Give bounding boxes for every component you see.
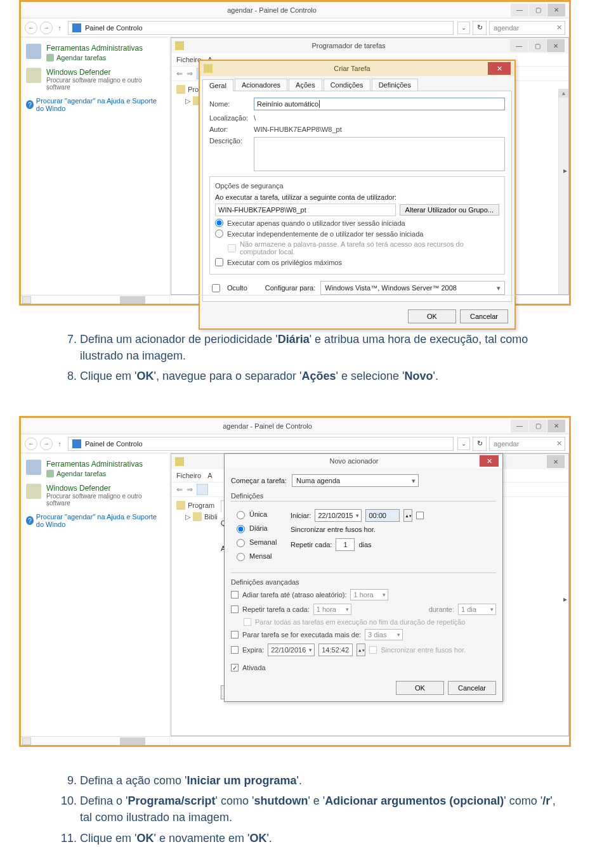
close-button[interactable]: ✕ [547, 4, 565, 16]
up-button[interactable]: ↑ [55, 440, 64, 448]
expand-arrow[interactable]: ▸ [563, 166, 567, 175]
hscroll-2[interactable] [21, 736, 569, 745]
ativada-check[interactable]: ✓ [231, 664, 239, 671]
dropdown-history[interactable]: ⌄ [457, 22, 470, 34]
adv3-select[interactable]: 3 dias [365, 629, 403, 640]
maximize-button[interactable]: ▢ [529, 4, 547, 16]
opt-highest-priv-check[interactable] [215, 258, 223, 266]
defender-desc: Procurar software maligno e outro softwa… [46, 77, 164, 91]
breadcrumb[interactable]: Painel de Controlo [68, 437, 454, 451]
tab-geral[interactable]: Geral [202, 79, 233, 91]
repeat-unit: dias [358, 541, 371, 548]
schedule-tasks-link[interactable]: Agendar tarefas [46, 54, 143, 62]
tab-condicoes[interactable]: Condições [324, 79, 370, 91]
menu-ficheiro[interactable]: Ficheiro [176, 472, 201, 479]
maximize-button[interactable]: ▢ [529, 420, 547, 432]
opt2b-label: Não armazene a palavra-passe. A tarefa s… [240, 240, 499, 256]
clear-search-icon[interactable]: ✕ [556, 439, 562, 448]
ts-icon [175, 457, 184, 466]
nome-input[interactable]: Reinínio automático [254, 98, 505, 110]
opt-whether-logged-radio[interactable] [215, 230, 223, 238]
radio-unica[interactable]: Única [233, 509, 285, 519]
ts-max[interactable]: ▢ [528, 39, 546, 52]
hscroll-thumb[interactable] [120, 296, 145, 304]
adv4-sync-label: Sincronizar entre fusos hor. [381, 646, 466, 654]
adv2-check[interactable] [231, 606, 239, 613]
vscroll[interactable]: ▲ [558, 89, 568, 294]
radio-semanal[interactable]: Semanal [233, 537, 285, 547]
close-button[interactable]: ✕ [547, 420, 565, 432]
sync-check[interactable] [416, 512, 424, 519]
ct-cancel-button[interactable]: Cancelar [460, 309, 508, 323]
ct-ok-button[interactable]: OK [408, 309, 456, 323]
start-select[interactable]: Numa agenda [292, 474, 419, 487]
na-cancel-button[interactable]: Cancelar [448, 681, 496, 695]
minimize-button[interactable]: — [511, 4, 528, 16]
freq-options: Única Diária Semanal Mensal [231, 504, 288, 566]
expand-arrow[interactable]: ▸ [563, 595, 567, 604]
minimize-button[interactable]: — [511, 420, 528, 432]
adv2-select[interactable]: 1 hora [313, 604, 351, 615]
help-link[interactable]: ? Procurar "agendar" na Ajuda e Suporte … [26, 97, 164, 112]
address-bar: ← → ↑ Painel de Controlo ⌄ ↻ agendar ✕ [21, 18, 569, 37]
tab-definicoes[interactable]: Definições [372, 79, 418, 91]
adv1-select[interactable]: 1 hora [350, 589, 388, 600]
adv4-date[interactable]: 22/10/2016 [268, 644, 315, 656]
cfg-label: Configurar para: [265, 284, 316, 292]
tab-acoes[interactable]: Ações [289, 79, 322, 91]
adv4-time[interactable]: 14:52:42 [318, 644, 353, 656]
ts-close[interactable]: ✕ [547, 455, 565, 468]
defender-link[interactable]: Windows Defender [46, 68, 164, 77]
adv1-check[interactable] [231, 591, 239, 599]
time-spinner[interactable]: ▲▾ [403, 509, 412, 522]
tb-icon[interactable] [197, 484, 208, 495]
schedule-tasks-link[interactable]: Agendar tarefas [46, 470, 143, 477]
na-close-button[interactable]: ✕ [480, 455, 499, 467]
forward-button[interactable]: → [40, 437, 53, 450]
search-input[interactable]: agendar ✕ [489, 437, 565, 451]
date-input[interactable]: 22/10/2015 [315, 509, 362, 522]
adv2-dur-select[interactable]: 1 dia [458, 604, 496, 615]
back-button[interactable]: ← [25, 437, 37, 450]
radio-mensal[interactable]: Mensal [233, 551, 285, 561]
search-input[interactable]: agendar ✕ [489, 21, 565, 35]
hscroll-thumb[interactable] [120, 737, 145, 745]
adv3-check[interactable] [231, 631, 239, 638]
menu-ficheiro[interactable]: Ficheiro [176, 56, 201, 63]
dropdown-history[interactable]: ⌄ [457, 437, 470, 450]
na-ok-button[interactable]: OK [396, 681, 444, 695]
loc-value: \ [254, 114, 256, 122]
refresh-button[interactable]: ↻ [473, 21, 487, 35]
cp-title: agendar - Painel de Controlo [34, 6, 510, 14]
schedule-icon [46, 470, 54, 477]
ts-close[interactable]: ✕ [547, 39, 565, 52]
forward-button[interactable]: → [40, 22, 53, 34]
radio-diaria[interactable]: Diária [233, 523, 285, 533]
up-button[interactable]: ↑ [55, 24, 64, 32]
repeat-input[interactable]: 1 [336, 538, 355, 551]
desc-input[interactable] [254, 137, 505, 171]
admin-tools-link[interactable]: Ferramentas Administrativas [46, 460, 143, 469]
admin-tools-link[interactable]: Ferramentas Administrativas [46, 44, 143, 53]
back-button[interactable]: ← [25, 22, 37, 34]
adv4-check[interactable] [231, 646, 239, 654]
time-input[interactable]: 00:00 [365, 509, 400, 522]
oculto-check[interactable] [212, 284, 220, 292]
adv4-spinner[interactable]: ▲▾ [357, 644, 365, 656]
adv2-dur-label: durante: [429, 606, 454, 613]
opt-logged-on-radio[interactable] [215, 219, 223, 227]
change-user-button[interactable]: Alterar Utilizador ou Grupo... [400, 204, 499, 216]
ct-close-button[interactable]: ✕ [488, 62, 511, 75]
hscroll-left[interactable] [22, 296, 31, 304]
tab-acionadores[interactable]: Acionadores [235, 79, 287, 91]
hscroll-left[interactable] [22, 737, 31, 745]
cfg-select[interactable]: Windows Vista™, Windows Server™ 2008 [320, 281, 505, 295]
defender-link[interactable]: Windows Defender [46, 484, 164, 493]
breadcrumb[interactable]: Painel de Controlo [68, 21, 454, 35]
refresh-button[interactable]: ↻ [473, 437, 487, 451]
ts-min[interactable]: — [510, 39, 528, 52]
novo-acionador-dialog: Novo acionador ✕ Começar a tarefa: Numa … [224, 453, 503, 702]
clear-search-icon[interactable]: ✕ [556, 23, 562, 32]
help-link[interactable]: ? Procurar "agendar" na Ajuda e Suporte … [26, 513, 164, 528]
hscroll[interactable] [21, 295, 569, 304]
